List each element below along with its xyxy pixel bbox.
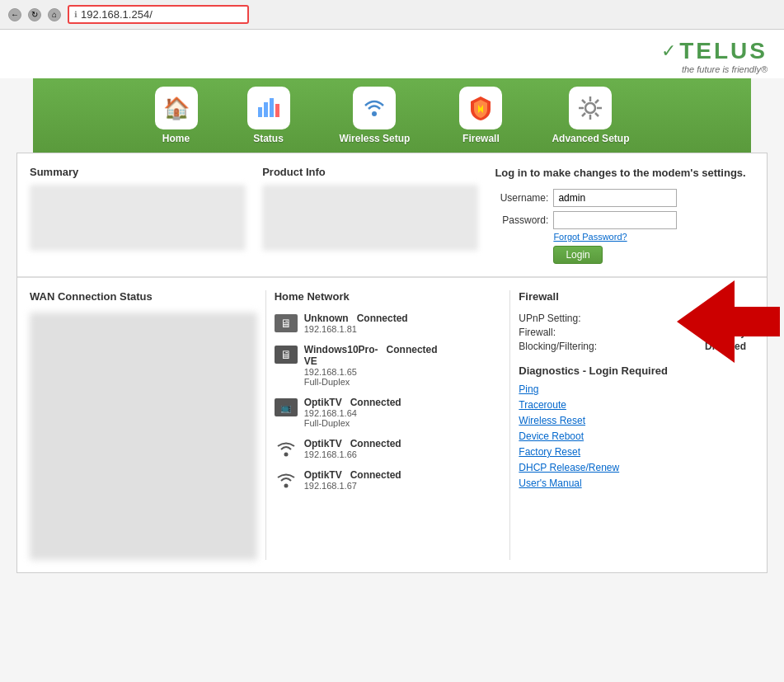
svg-rect-0 [258,107,262,117]
nav-item-status[interactable]: Status [223,82,315,148]
svg-point-14 [284,453,288,457]
device-info: Unknown Connected 192.168.1.81 [304,313,502,334]
device-info: OptikTV Connected 192.168.1.67 [304,469,502,491]
summary-section: Summary [30,166,246,264]
home-button[interactable]: ⌂ [48,8,61,21]
wan-title: WAN Connection Status [30,290,257,304]
wifi-icon-2 [275,471,298,489]
product-info-title: Product Info [262,166,478,178]
wireless-nav-icon [353,87,396,129]
telus-name: TELUS [679,38,768,64]
svg-line-13 [582,113,585,116]
traceroute-link[interactable]: Traceroute [519,399,746,411]
diagnostics-title: Diagnostics - Login Required [519,365,746,377]
login-button[interactable]: Login [553,246,602,264]
red-arrow-body [735,307,780,336]
home-network-section: Home Network 🖥 Unknown Connected 192.168… [266,290,511,560]
password-input[interactable] [553,211,677,229]
red-arrow-overlay [677,280,780,363]
telus-tagline: the future is friendly® [682,64,768,74]
list-item: OptikTV Connected 192.168.1.67 [275,469,502,491]
address-text: 192.168.1.254/ [81,8,153,21]
ping-link[interactable]: Ping [519,383,746,395]
nav-item-advanced[interactable]: Advanced Setup [527,82,654,148]
address-bar[interactable]: ℹ 192.168.1.254/ [68,5,249,24]
wireless-nav-label: Wireless Setup [340,133,411,144]
tv-icon: 📺 [275,398,298,416]
list-item: 🖥 Windows10Pro-VE Connected 192.168.1.65… [275,344,502,387]
password-label: Password: [495,214,548,226]
computer-icon: 🖥 [275,314,298,332]
forgot-password-link[interactable]: Forgot Password? [553,232,754,242]
telus-logo: ✓ TELUS the future is friendly® [661,38,768,74]
firewall-setting-label: Firewall: [519,327,556,338]
list-item: 🖥 Unknown Connected 192.168.1.81 [275,313,502,334]
svg-line-12 [595,100,599,103]
svg-line-10 [582,100,585,103]
address-icon: ℹ [74,10,77,19]
device-info: OptikTV Connected 192.168.1.64 Full-Dupl… [304,397,502,428]
advanced-nav-icon [569,87,612,129]
device-info: OptikTV Connected 192.168.1.66 [304,438,502,459]
home-nav-label: Home [162,133,190,144]
blocking-label: Blocking/Filtering: [519,341,597,352]
pc-icon: 🖥 [275,346,298,364]
red-arrow-head [677,280,735,363]
status-nav-label: Status [253,133,284,144]
username-label: Username: [495,192,548,204]
nav-item-home[interactable]: 🏠 Home [130,82,223,148]
username-input[interactable] [553,189,677,207]
svg-point-15 [284,484,288,488]
back-button[interactable]: ← [8,8,21,21]
dhcp-release-link[interactable]: DHCP Release/Renew [519,462,746,473]
advanced-nav-label: Advanced Setup [552,133,629,144]
nav-bar: 🏠 Home Status [33,78,751,153]
firewall-nav-icon [459,87,502,129]
svg-point-5 [585,103,595,113]
nav-item-firewall[interactable]: Firewall [434,82,527,148]
users-manual-link[interactable]: User's Manual [519,477,746,489]
login-form: Username: Password: [495,189,754,229]
content-area: Summary Product Info Log in to make chan… [16,153,768,573]
list-item: OptikTV Connected 192.168.1.66 [275,438,502,459]
wan-section: WAN Connection Status [30,290,266,560]
home-network-title: Home Network [275,290,502,304]
username-row: Username: [495,189,754,207]
nav-bar-container: 🏠 Home Status [16,78,768,153]
svg-rect-1 [264,102,268,117]
telus-check-icon: ✓ [661,40,676,62]
login-title: Log in to make changes to the modem's se… [495,166,754,181]
wireless-reset-link[interactable]: Wireless Reset [519,415,746,426]
upnp-label: UPnP Setting: [519,313,580,324]
product-info-section: Product Info [262,166,478,264]
svg-rect-3 [275,104,279,117]
bottom-panel: WAN Connection Status Home Network 🖥 Unk… [17,277,767,572]
list-item: 📺 OptikTV Connected 192.168.1.64 Full-Du… [275,397,502,428]
browser-chrome: ← ↻ ⌂ ℹ 192.168.1.254/ [0,0,784,30]
status-nav-icon [247,87,290,129]
login-section: Log in to make changes to the modem's se… [495,166,754,264]
product-info-content [262,185,478,251]
svg-rect-2 [270,98,274,117]
refresh-button[interactable]: ↻ [28,8,41,21]
wifi-icon [275,440,298,458]
nav-item-wireless[interactable]: Wireless Setup [315,82,435,148]
password-row: Password: [495,211,754,229]
firewall-nav-label: Firewall [462,133,500,144]
top-panel: Summary Product Info Log in to make chan… [17,153,767,277]
wan-content [30,313,257,560]
svg-line-11 [595,113,599,116]
factory-reset-link[interactable]: Factory Reset [519,446,746,458]
summary-title: Summary [30,166,246,178]
device-reboot-link[interactable]: Device Reboot [519,430,746,442]
telus-header: ✓ TELUS the future is friendly® [0,30,784,78]
home-nav-icon: 🏠 [155,87,198,129]
device-info: Windows10Pro-VE Connected 192.168.1.65 F… [304,344,502,387]
svg-point-4 [372,111,377,116]
summary-content [30,185,246,251]
